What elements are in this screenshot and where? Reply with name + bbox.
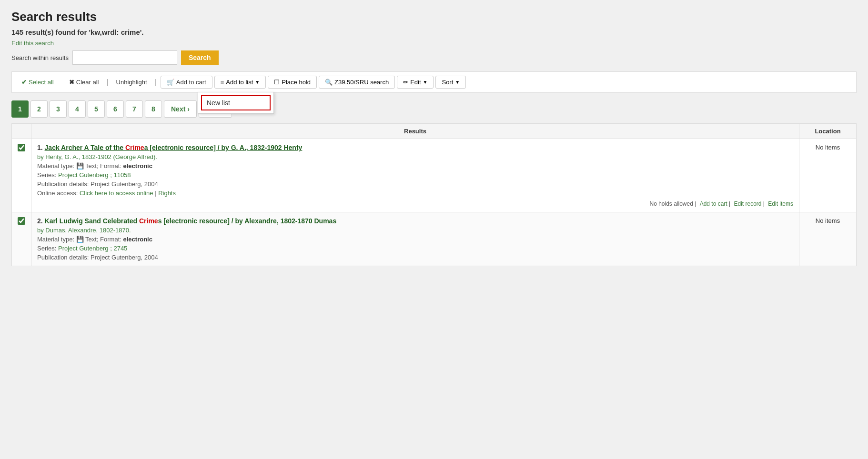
- result-2-checkbox[interactable]: [18, 217, 25, 225]
- pencil-icon: ✏: [403, 79, 408, 86]
- toolbar: ✔ Select all ✖ Clear all | Unhighlight |…: [11, 71, 857, 93]
- online-access-link[interactable]: Click here to access online: [80, 190, 153, 197]
- series-link[interactable]: Project Gutenberg ; 2745: [58, 245, 127, 252]
- page-4-button[interactable]: 4: [69, 100, 86, 118]
- result-author-link[interactable]: by Dumas, Alexandre, 1802-1870.: [37, 227, 131, 234]
- table-row: 2. Karl Ludwig Sand Celebrated Crimes [e…: [12, 212, 857, 266]
- results-col-header: Results: [31, 124, 799, 139]
- result-action-link[interactable]: Add to cart: [700, 200, 727, 207]
- checkbox-cell: [12, 212, 31, 266]
- edit-button[interactable]: ✏ Edit ▼: [397, 76, 434, 89]
- results-count: 145 result(s) found for 'kw,wrdl: crime'…: [11, 28, 857, 36]
- checkbox-col-header: [12, 124, 31, 139]
- result-2-content-cell: 2. Karl Ludwig Sand Celebrated Crimes [e…: [31, 212, 799, 266]
- search-within-input[interactable]: [72, 50, 177, 65]
- add-to-list-button[interactable]: ≡ Add to list ▼: [214, 76, 266, 89]
- x-icon: ✖: [69, 79, 74, 86]
- search-within-label: Search within results: [11, 54, 69, 61]
- sort-button[interactable]: Sort ▼: [435, 76, 466, 89]
- dropdown-caret-icon: ▼: [255, 80, 260, 85]
- sort-caret-icon: ▼: [455, 80, 460, 85]
- page-8-button[interactable]: 8: [145, 100, 162, 118]
- table-row: 1. Jack Archer A Tale of the Crimea [ele…: [12, 139, 857, 212]
- no-holds-text: No holds allowed: [649, 200, 693, 207]
- separator-2: |: [104, 78, 110, 87]
- page-title: Search results: [11, 10, 857, 24]
- result-2-location: No items: [799, 212, 857, 266]
- next-button[interactable]: Next ›: [164, 100, 197, 118]
- edit-search-link[interactable]: Edit this search: [11, 40, 54, 47]
- result-author-link[interactable]: by Henty, G. A., 1832-1902 (George Alfre…: [37, 153, 157, 160]
- result-title-link[interactable]: Karl Ludwig Sand Celebrated Crimes [elec…: [45, 217, 337, 225]
- material-type-icon: 💾: [76, 162, 84, 170]
- cart-icon: 🛒: [167, 79, 174, 86]
- list-icon: ≡: [221, 79, 224, 86]
- result-action-link[interactable]: Edit items: [768, 200, 793, 207]
- add-to-cart-button[interactable]: 🛒 Add to cart: [161, 76, 212, 89]
- z3950-search-button[interactable]: 🔍 Z39.50/SRU search: [319, 76, 395, 89]
- place-hold-button[interactable]: ☐ Place hold: [268, 76, 317, 89]
- select-all-button[interactable]: ✔ Select all: [18, 76, 58, 88]
- pagination: 1 2 3 4 5 6 7 8 Next › Last »: [11, 93, 857, 123]
- unhighlight-button[interactable]: Unhighlight: [112, 76, 151, 88]
- result-title-line: 2. Karl Ludwig Sand Celebrated Crimes [e…: [37, 217, 793, 225]
- page-2-button[interactable]: 2: [30, 100, 48, 118]
- result-1-content-cell: 1. Jack Archer A Tale of the Crimea [ele…: [31, 139, 799, 212]
- material-type-icon: 💾: [76, 236, 84, 243]
- series-link[interactable]: Project Gutenberg ; 11058: [58, 171, 131, 179]
- page-1-button[interactable]: 1: [11, 100, 29, 118]
- clear-all-button[interactable]: ✖ Clear all: [65, 76, 103, 88]
- page-3-button[interactable]: 3: [50, 100, 67, 118]
- search-icon: 🔍: [325, 79, 333, 86]
- results-table: Results Location 1. Jack Archer A Tale o…: [11, 123, 857, 266]
- separator-3: |: [153, 78, 159, 87]
- checkbox-cell: [12, 139, 31, 212]
- hold-icon: ☐: [274, 79, 280, 86]
- new-list-option[interactable]: New list: [201, 95, 271, 110]
- result-title-link[interactable]: Jack Archer A Tale of the Crimea [electr…: [45, 144, 303, 151]
- add-to-list-dropdown: New list: [198, 92, 274, 114]
- result-1-checkbox[interactable]: [18, 144, 25, 151]
- page-6-button[interactable]: 6: [107, 100, 124, 118]
- result-1-location: No items: [799, 139, 857, 212]
- rights-link[interactable]: Rights: [158, 190, 176, 197]
- result-title-line: 1. Jack Archer A Tale of the Crimea [ele…: [37, 144, 793, 151]
- page-5-button[interactable]: 5: [88, 100, 105, 118]
- page-7-button[interactable]: 7: [126, 100, 143, 118]
- location-col-header: Location: [799, 124, 857, 139]
- check-icon: ✔: [21, 79, 27, 86]
- edit-caret-icon: ▼: [423, 80, 428, 85]
- search-within-button[interactable]: Search: [181, 50, 219, 65]
- result-action-link[interactable]: Edit record: [734, 200, 761, 207]
